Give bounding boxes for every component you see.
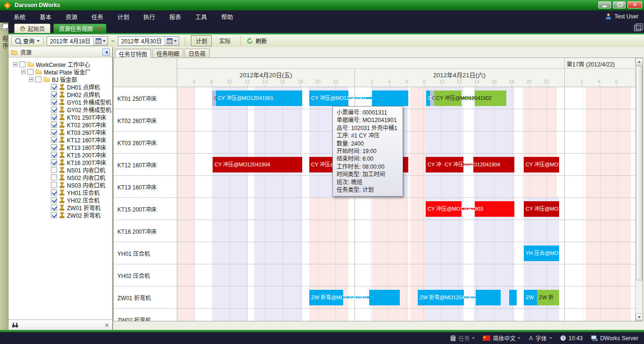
tree-checkbox[interactable]	[51, 174, 57, 180]
task-bar[interactable]: CY 冲压@MO12041903	[426, 201, 514, 217]
tree-checkbox[interactable]	[35, 76, 41, 82]
tree-item-KT13[interactable]: KT13 160T冲床	[8, 143, 112, 151]
task-bar[interactable]: CY 冲压@MO12041902	[434, 90, 506, 106]
task-bar[interactable]: ZW	[524, 290, 537, 305]
menu-item-1[interactable]: 基本	[33, 12, 58, 21]
tree-checkbox[interactable]	[51, 144, 57, 150]
date-from-calendar-button[interactable]	[93, 37, 107, 45]
tree-item-KT01[interactable]: KT01 250T冲床	[8, 113, 112, 121]
tree-checkbox[interactable]	[51, 137, 57, 143]
task-bar[interactable]: ZW 折弯@MO12041901	[418, 290, 501, 305]
chevron-down-icon[interactable]	[472, 337, 475, 339]
tab-close-icon[interactable]: ×	[97, 26, 101, 31]
chevron-down-icon[interactable]	[549, 337, 552, 339]
tree-item-DH02[interactable]: DH02 点焊机	[8, 90, 112, 98]
task-bar[interactable]: CY 冲压@MO12041901	[309, 90, 408, 106]
gantt-tab-1[interactable]: 任务明细	[152, 49, 183, 57]
clear-filter-icon[interactable]: ×	[105, 322, 109, 328]
task-bar[interactable]: CY 冲压@MO1	[524, 157, 559, 172]
query-button[interactable]: 查询	[11, 36, 43, 46]
task-bar[interactable]: YH 压合@MO1	[524, 246, 559, 261]
tab-resource-task-view[interactable]: 资源任务视图 ×	[53, 24, 107, 33]
task-bar[interactable]: CY 冲压@MO12041904	[213, 157, 302, 172]
tree-checkbox[interactable]	[51, 159, 57, 165]
date-from-field[interactable]: 2012年 4月18日	[47, 36, 108, 46]
tree-checkbox[interactable]	[51, 99, 57, 105]
scroll-down-button[interactable]	[636, 313, 643, 321]
vertical-scrollbar[interactable]	[635, 58, 643, 321]
actual-toggle-button[interactable]: 实际	[215, 36, 235, 46]
tree-item-KT02[interactable]: KT02 260T冲床	[8, 121, 112, 128]
status-item-2[interactable]: A字体	[528, 334, 552, 342]
minimize-button[interactable]	[598, 1, 611, 8]
task-bar[interactable]	[509, 290, 517, 305]
menu-item-4[interactable]: 计划	[110, 12, 136, 21]
tree-expander-icon[interactable]	[21, 70, 25, 74]
tree-checkbox[interactable]	[51, 205, 57, 211]
tree-checkbox[interactable]	[27, 69, 33, 75]
tree-checkbox[interactable]	[51, 106, 57, 113]
menu-item-6[interactable]: 报表	[162, 12, 188, 21]
tree-item-KT12[interactable]: KT12 160T冲床	[8, 136, 112, 143]
tree-item-KT16[interactable]: KT16 200T冲床	[8, 158, 112, 166]
task-bar[interactable]: CY 冲压@MO1	[524, 201, 559, 217]
tree-item-NS03[interactable]: NS03 内收口机	[8, 181, 112, 188]
tree-checkbox[interactable]	[51, 122, 57, 128]
tree-filter-bar[interactable]: ×	[8, 319, 112, 330]
tree-expander-icon[interactable]	[29, 77, 33, 82]
task-bar[interactable]: C	[426, 90, 430, 106]
tree-item-DH01[interactable]: DH01 点焊机	[8, 83, 112, 90]
tree-expander-icon[interactable]	[13, 62, 17, 66]
menu-item-0[interactable]: 系统	[7, 12, 33, 21]
menu-item-5[interactable]: 执行	[136, 12, 162, 21]
tree-item-BJ[interactable]: BJ 钣金部	[8, 75, 112, 83]
date-to-field[interactable]: 2012年 4月30日	[118, 36, 179, 46]
gantt-tab-2[interactable]: 日负荷	[184, 49, 210, 57]
tree-checkbox[interactable]	[51, 91, 57, 98]
menu-item-8[interactable]: 帮助	[214, 12, 240, 21]
status-item-1[interactable]: 简体中文	[483, 334, 520, 342]
restore-button[interactable]	[613, 1, 626, 8]
tree-checkbox[interactable]	[51, 197, 57, 203]
window-list-icon[interactable]	[634, 25, 641, 31]
tree-checkbox[interactable]	[51, 84, 57, 90]
tree-item-KT15[interactable]: KT15 200T冲床	[8, 151, 112, 158]
tree-checkbox[interactable]	[51, 129, 57, 135]
task-bar[interactable]: C	[212, 90, 216, 106]
scroll-up-button[interactable]	[636, 58, 643, 66]
refresh-button[interactable]: 刷新	[247, 37, 267, 45]
tree-item-KT03[interactable]: KT03 260T冲床	[8, 128, 112, 136]
collapse-panel-button[interactable]	[102, 49, 110, 56]
panels-icon[interactable]	[1, 25, 7, 30]
tree-checkbox[interactable]	[51, 114, 57, 120]
tree-checkbox[interactable]	[51, 212, 57, 218]
date-to-calendar-button[interactable]	[165, 37, 179, 45]
tree-checkbox[interactable]	[51, 167, 57, 173]
tree-item-GY02[interactable]: GY02 外桶成型机	[8, 106, 112, 113]
task-bar[interactable]: ZW 折	[537, 290, 559, 305]
tree-item-WorkCenter[interactable]: WorkCenter 工作中心	[8, 60, 112, 68]
tree-checkbox[interactable]	[51, 152, 57, 158]
menu-item-3[interactable]: 任务	[84, 12, 110, 21]
task-bar[interactable]: CY 冲压@MO12041904	[443, 157, 514, 172]
tree-item-NS02[interactable]: NS02 内收口机	[8, 173, 112, 181]
query-dropdown-caret-icon[interactable]	[37, 40, 40, 42]
tree-item-ZW01[interactable]: ZW01 折弯机	[8, 204, 112, 211]
tree-item-YH02[interactable]: YH02 压合机	[8, 196, 112, 204]
menu-item-2[interactable]: 资源	[58, 12, 84, 21]
docked-tab-program[interactable]: 程序	[1, 36, 9, 50]
tree-checkbox[interactable]	[19, 61, 25, 67]
tree-item-ZW02[interactable]: ZW02 折弯机	[8, 211, 112, 219]
gantt-tab-0[interactable]: 任务甘特图	[115, 49, 151, 58]
chevron-down-icon[interactable]	[518, 337, 520, 339]
tree-item-Metal[interactable]: Metal Plate 钣金厂	[8, 68, 112, 75]
tree-item-GY01[interactable]: GY01 外桶成型机	[8, 98, 112, 106]
task-bar[interactable]: CY 冲	[426, 157, 443, 172]
tree-checkbox[interactable]	[51, 182, 57, 188]
tree-item-YH01[interactable]: YH01 压合机	[8, 188, 112, 196]
tree-item-NS01[interactable]: NS01 内收口机	[8, 166, 112, 173]
tree-checkbox[interactable]	[51, 189, 57, 196]
close-button[interactable]: ✕	[627, 1, 642, 8]
vertical-scroll-thumb[interactable]	[636, 66, 643, 280]
tab-home[interactable]: 起始页	[14, 24, 50, 33]
